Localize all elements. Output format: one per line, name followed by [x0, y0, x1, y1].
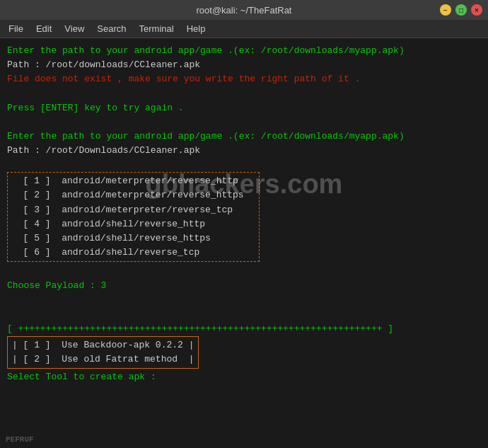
box-item-4: [ 4 ] android/shell/reverse_http [8, 217, 259, 231]
menu-edit[interactable]: Edit [30, 22, 57, 35]
prompt-line-1: Enter the path to your android app/game … [7, 44, 481, 58]
maximize-icon: □ [459, 6, 463, 14]
menubar: File Edit View Search Terminal Help [0, 20, 488, 38]
menu-help[interactable]: Help [181, 22, 211, 35]
menu-search[interactable]: Search [91, 22, 132, 35]
tool-box: | [ 1 ] Use Backdoor-apk 0.2.2 | | [ 2 ]… [7, 336, 199, 369]
blank-2 [7, 115, 481, 130]
close-icon: × [475, 6, 479, 14]
banner-line: [ ++++++++++++++++++++++++++++++++++++++… [7, 322, 481, 336]
bottom-logo: PEFRUF [6, 432, 34, 445]
menu-view[interactable]: View [59, 22, 90, 35]
prompt-line-2: Enter the path to your android app/game … [7, 130, 481, 144]
path-line-1: Path : /root/downloads/CCleaner.apk [7, 58, 481, 72]
close-button[interactable]: × [471, 4, 482, 16]
logo-text: PEFRUF [6, 435, 34, 444]
minimize-button[interactable]: − [440, 4, 451, 16]
select-tool-line: Select Tool to create apk : [7, 370, 481, 384]
payload-box: [ 1 ] android/meterpreter/reverse_http [… [7, 172, 260, 262]
blank-3 [7, 158, 481, 172]
minimize-icon: − [443, 6, 448, 14]
menu-file[interactable]: File [3, 22, 29, 35]
choose-payload-line: Choose Payload : 3 [7, 279, 481, 293]
terminal-window: root@kali: ~/TheFatRat − □ × File Edit V… [0, 0, 488, 448]
box-item-2: [ 2 ] android/meterpreter/reverse_https [8, 188, 259, 202]
box-item-6: [ 6 ] android/shell/reverse_tcp [8, 246, 259, 260]
box-item-5: [ 5 ] android/shell/reverse_https [8, 231, 259, 246]
error-line: File does not exist , make sure you writ… [7, 72, 481, 86]
blank-5 [7, 293, 481, 307]
box-item-3: [ 3 ] android/meterpreter/reverse_tcp [8, 203, 259, 217]
box-item-1: [ 1 ] android/meterpreter/reverse_http [8, 174, 259, 188]
window-controls: − □ × [440, 4, 482, 16]
tool-item-2: | [ 2 ] Use old Fatrat method | [8, 352, 198, 367]
terminal-body: gbhackers.com Enter the path to your and… [0, 38, 488, 448]
press-enter-line: Press [ENTER] key to try again . [7, 101, 481, 115]
blank-4 [7, 265, 481, 279]
menu-terminal[interactable]: Terminal [134, 22, 180, 35]
blank-6 [7, 308, 481, 322]
blank-1 [7, 86, 481, 100]
tool-item-1: | [ 1 ] Use Backdoor-apk 0.2.2 | [8, 338, 198, 352]
titlebar: root@kali: ~/TheFatRat − □ × [0, 0, 488, 20]
path-line-2: Path : /root/Downloads/CCleaner.apk [7, 144, 481, 158]
window-title: root@kali: ~/TheFatRat [197, 5, 292, 16]
maximize-button[interactable]: □ [455, 4, 467, 16]
